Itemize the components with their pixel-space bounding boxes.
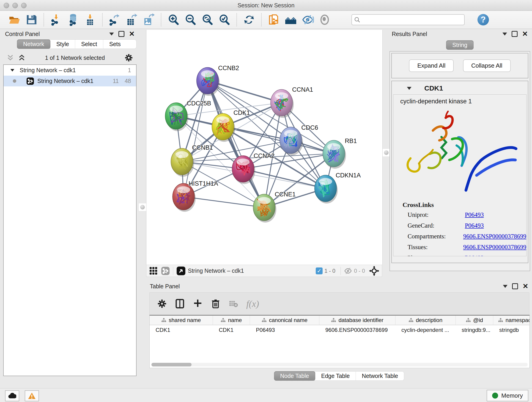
warnings-button[interactable] xyxy=(25,390,39,401)
results-panel-float-icon[interactable] xyxy=(512,31,518,37)
delete-table-icon[interactable] xyxy=(228,299,239,309)
column-header-shared-name[interactable]: shared name xyxy=(150,316,213,325)
control-panel-float-icon[interactable] xyxy=(119,31,124,37)
tab-sets[interactable]: Sets xyxy=(103,40,127,49)
crosslink-row: Tissues:9606.ENSP00000378699 xyxy=(393,242,526,253)
collection-expand-icon[interactable] xyxy=(11,69,14,71)
network-node-CCNA2[interactable] xyxy=(232,156,255,184)
export-image-icon[interactable] xyxy=(143,13,155,26)
table-panel-menu-icon[interactable] xyxy=(503,285,507,288)
column-header-database-identifier[interactable]: database identifier xyxy=(319,316,395,325)
table-options-gear-icon[interactable] xyxy=(157,299,167,309)
selected-counts: 1 - 0 xyxy=(324,268,336,274)
function-builder-icon[interactable]: f(x) xyxy=(246,298,259,309)
hide-glass-eye-icon[interactable] xyxy=(302,13,314,26)
add-column-icon[interactable] xyxy=(193,299,203,309)
network-node-HIST1H1A[interactable] xyxy=(172,183,196,212)
open-session-icon[interactable] xyxy=(8,13,21,26)
expand-all-icon[interactable] xyxy=(18,54,26,62)
expand-all-button[interactable]: Expand All xyxy=(409,59,454,72)
node-label-CCNA1: CCNA1 xyxy=(292,86,313,93)
crosslink-link[interactable]: P06493 xyxy=(465,222,484,229)
birdseye-toggle-icon[interactable] xyxy=(177,266,186,275)
warning-icon xyxy=(28,392,36,399)
network-node-CCNB2[interactable] xyxy=(196,67,220,96)
column-header-namespace[interactable]: namespace xyxy=(493,316,530,325)
grid-view-icon[interactable] xyxy=(149,267,158,275)
fit-selected-icon[interactable] xyxy=(369,266,379,276)
network-node-CCNA1[interactable] xyxy=(271,89,294,118)
left-splitter-handle[interactable] xyxy=(138,203,147,211)
results-panel-menu-icon[interactable] xyxy=(502,32,507,36)
tab-style[interactable]: Style xyxy=(51,40,75,49)
network-canvas[interactable]: CCNB2CCNA1CDC25BCDK1CDC6RB1CCNB1CCNA2CDK… xyxy=(146,30,383,265)
network-row[interactable]: String Network – cdk1 11 48 xyxy=(4,76,136,86)
show-columns-icon[interactable] xyxy=(175,299,185,309)
zoom-in-icon[interactable] xyxy=(167,13,180,26)
crosslink-link[interactable]: 9606.ENSP00000378699 xyxy=(463,244,526,251)
horizontal-scrollbar[interactable] xyxy=(152,363,528,366)
string-view-icon[interactable] xyxy=(161,267,170,275)
selected-checkbox-icon[interactable]: ✓ xyxy=(316,268,323,274)
import-network-database-icon[interactable] xyxy=(67,13,79,26)
network-node-CCNB1[interactable] xyxy=(171,148,194,177)
control-panel-close-icon[interactable]: ✕ xyxy=(129,32,135,36)
save-session-icon[interactable] xyxy=(25,13,38,26)
control-panel-tabs: NetworkStyleSelectSets xyxy=(17,39,137,49)
help-button[interactable]: ? xyxy=(477,14,489,26)
cdk1-section-expand-icon[interactable] xyxy=(407,87,412,90)
table-cell: CDK1 xyxy=(213,325,250,335)
right-splitter-handle[interactable] xyxy=(382,148,390,157)
network-node-CDC6[interactable] xyxy=(280,127,303,155)
crosslink-link[interactable]: P06493 xyxy=(465,211,484,218)
crosslinks-list: Uniprot:P06493GeneCard:P06493Compartment… xyxy=(393,210,526,256)
scrollbar-thumb[interactable] xyxy=(152,363,191,366)
column-header-description[interactable]: description xyxy=(395,316,456,325)
collapse-all-icon[interactable] xyxy=(6,54,14,62)
search-input[interactable] xyxy=(360,16,462,23)
table-cell: 9606.ENSP00000378699 xyxy=(319,325,395,335)
tab-network-table[interactable]: Network Table xyxy=(356,371,404,380)
network-node-RB1[interactable] xyxy=(323,140,346,169)
crosslink-link[interactable]: P06493 xyxy=(465,254,484,256)
zoom-out-icon[interactable] xyxy=(184,13,196,26)
tab-node-table[interactable]: Node Table xyxy=(274,371,316,381)
hidden-counts: 0 - 0 xyxy=(354,268,365,274)
network-node-CDKN1A[interactable] xyxy=(315,175,338,204)
network-options-gear-icon[interactable] xyxy=(124,53,133,62)
hidden-eye-icon[interactable] xyxy=(344,267,352,275)
table-row[interactable]: CDK1CDK1P064939606.ENSP00000378699cyclin… xyxy=(150,325,530,335)
delete-column-icon[interactable] xyxy=(210,299,221,309)
import-table-icon[interactable] xyxy=(84,13,96,26)
import-network-icon[interactable] xyxy=(50,13,62,26)
export-table-icon[interactable] xyxy=(126,13,138,26)
export-network-icon[interactable] xyxy=(109,13,121,26)
eye-icon[interactable] xyxy=(318,13,331,26)
table-panel-float-icon[interactable] xyxy=(512,283,518,289)
network-node-CCNE1[interactable] xyxy=(253,194,276,223)
network-node-CDK1[interactable] xyxy=(212,114,235,142)
tab-edge-table[interactable]: Edge Table xyxy=(315,371,356,380)
horizontal-splitter[interactable] xyxy=(146,277,532,282)
zoom-selected-icon[interactable] xyxy=(218,13,230,26)
string-home-icon[interactable] xyxy=(285,13,297,26)
network-collection-row[interactable]: String Network – cdk1 1 xyxy=(4,65,136,76)
column-header-@id[interactable]: @id xyxy=(456,316,493,325)
column-header-canonical-name[interactable]: canonical name xyxy=(250,316,319,325)
string-document-icon[interactable] xyxy=(268,13,280,26)
tab-network[interactable]: Network xyxy=(17,39,51,49)
tab-string[interactable]: String xyxy=(446,40,473,50)
zoom-fit-icon[interactable] xyxy=(201,13,214,26)
results-panel-close-icon[interactable]: ✕ xyxy=(522,32,528,36)
memory-button[interactable]: Memory xyxy=(487,390,528,401)
crosslink-link[interactable]: 9606.ENSP00000378699 xyxy=(463,233,526,240)
column-header-name[interactable]: name xyxy=(213,316,250,325)
control-panel-menu-icon[interactable] xyxy=(109,32,114,36)
cloud-button[interactable] xyxy=(5,390,19,401)
help-icon: ? xyxy=(481,15,486,25)
refresh-icon[interactable] xyxy=(243,13,255,26)
tab-select[interactable]: Select xyxy=(75,40,103,49)
collapse-all-button[interactable]: Collapse All xyxy=(463,59,511,72)
protein-description: cyclin-dependent kinase 1 xyxy=(393,95,526,105)
table-panel-close-icon[interactable]: ✕ xyxy=(523,284,528,288)
